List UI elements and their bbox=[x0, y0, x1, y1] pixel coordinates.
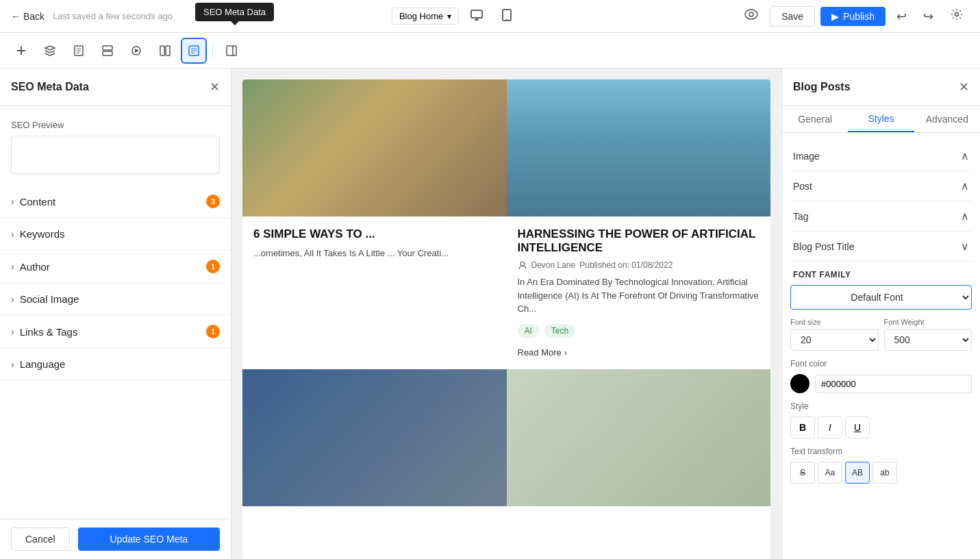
accordion-links-tags-badge: 1 bbox=[206, 325, 220, 338]
layout-tool[interactable] bbox=[152, 38, 178, 64]
page-selector[interactable]: Blog Home ▾ bbox=[392, 8, 459, 25]
topbar-left: ← Back Last saved a few seconds ago SEO … bbox=[11, 11, 173, 22]
accordion-links-tags-chevron: › bbox=[11, 326, 14, 337]
font-color-input[interactable] bbox=[815, 375, 972, 393]
svg-point-5 bbox=[955, 13, 958, 16]
accordion-author-label: Author bbox=[20, 261, 50, 273]
update-seo-button[interactable]: Update SEO Meta bbox=[78, 527, 220, 551]
color-swatch[interactable] bbox=[790, 374, 809, 393]
blog-content-2: HARNESSING THE POWER OF ARTIFICIAL INTEL… bbox=[507, 216, 771, 369]
accordion-language-toggle[interactable]: › Language bbox=[0, 349, 231, 380]
media-tool[interactable] bbox=[123, 38, 149, 64]
tab-styles[interactable]: Styles bbox=[848, 106, 914, 132]
italic-button[interactable]: I bbox=[818, 417, 842, 438]
accordion-links-tags: › Links & Tags 1 bbox=[0, 315, 231, 349]
font-color-label: Font color bbox=[790, 359, 972, 369]
saved-status: Last saved a few seconds ago bbox=[53, 11, 173, 21]
page-selector-chevron: ▾ bbox=[447, 12, 451, 21]
accordion-keywords-left: › Keywords bbox=[11, 228, 65, 240]
style-buttons: B I U bbox=[790, 417, 972, 438]
canvas-area[interactable]: 6 SIMPLE WAYS TO ... ...ometimes, All It… bbox=[231, 69, 781, 559]
svg-point-4 bbox=[749, 12, 753, 16]
settings-button[interactable] bbox=[944, 5, 969, 27]
seo-tooltip: SEO Meta Data bbox=[195, 3, 274, 21]
accordion-social-image-label: Social Image bbox=[20, 293, 79, 305]
settings-icon bbox=[950, 8, 964, 21]
font-family-select[interactable]: Default Font bbox=[790, 285, 972, 310]
seo-panel-close-button[interactable]: ✕ bbox=[210, 79, 220, 95]
section-image[interactable]: Image ∧ bbox=[790, 141, 972, 171]
preview-button[interactable] bbox=[738, 6, 764, 26]
blog-excerpt-2: In An Era Dominated By Technological Inn… bbox=[518, 275, 760, 316]
right-panel-title: Blog Posts bbox=[793, 81, 851, 93]
svg-point-2 bbox=[506, 18, 507, 20]
font-weight-select[interactable]: 500 bbox=[884, 329, 972, 351]
titlecase-button[interactable]: Aa bbox=[818, 462, 842, 484]
icon-toolbar bbox=[0, 33, 980, 69]
section-post[interactable]: Post ∧ bbox=[790, 171, 972, 201]
back-button[interactable]: ← Back bbox=[11, 11, 45, 22]
section-tag[interactable]: Tag ∧ bbox=[790, 201, 972, 232]
font-weight-group: Font Weight 500 bbox=[884, 318, 972, 351]
tablet-icon bbox=[500, 8, 514, 22]
desktop-view-button[interactable] bbox=[464, 5, 489, 27]
underline-button[interactable]: U bbox=[845, 417, 870, 438]
blog-card-3 bbox=[242, 369, 507, 506]
section-blog-post-title[interactable]: Blog Post Title ∨ bbox=[790, 232, 972, 262]
tablet-view-button[interactable] bbox=[494, 5, 519, 27]
tab-general[interactable]: General bbox=[782, 106, 848, 132]
blog-image-3 bbox=[242, 369, 507, 506]
undo-button[interactable]: ↩ bbox=[891, 6, 912, 27]
seo-tool[interactable] bbox=[181, 38, 207, 64]
toolbar-separator bbox=[212, 42, 213, 59]
section-icon bbox=[101, 45, 114, 57]
accordion-content-toggle[interactable]: › Content 3 bbox=[0, 185, 231, 218]
tag-tech[interactable]: Tech bbox=[544, 324, 575, 338]
blog-post-title-label: Blog Post Title bbox=[793, 241, 855, 252]
blog-tags-2: AI Tech bbox=[518, 324, 760, 338]
transform-buttons: S Aa AB ab bbox=[790, 462, 972, 484]
save-button[interactable]: Save bbox=[770, 6, 815, 27]
back-arrow-icon: ← bbox=[11, 11, 21, 22]
eye-icon bbox=[744, 9, 759, 20]
right-panel-close-button[interactable]: ✕ bbox=[959, 79, 969, 95]
seo-panel-title: SEO Meta Data bbox=[11, 81, 89, 93]
svg-rect-0 bbox=[471, 10, 482, 18]
cancel-button[interactable]: Cancel bbox=[11, 527, 70, 551]
bold-button[interactable]: B bbox=[790, 417, 815, 438]
accordion-social-image-toggle[interactable]: › Social Image bbox=[0, 284, 231, 314]
svg-rect-8 bbox=[103, 51, 112, 55]
font-size-select[interactable]: 20 bbox=[790, 329, 879, 351]
sidebar-toggle-tool[interactable] bbox=[218, 38, 244, 64]
uppercase-button[interactable]: AB bbox=[845, 462, 870, 484]
seo-preview-section: SEO Preview bbox=[0, 114, 231, 185]
back-label: Back bbox=[23, 11, 45, 22]
add-tool[interactable] bbox=[8, 38, 34, 64]
accordion-links-tags-toggle[interactable]: › Links & Tags 1 bbox=[0, 315, 231, 348]
section-tool[interactable] bbox=[95, 38, 121, 64]
tab-advanced[interactable]: Advanced bbox=[914, 106, 980, 132]
read-more-button-2[interactable]: Read More › bbox=[518, 347, 567, 358]
blog-date-2: Published on: 01/08/2022 bbox=[579, 260, 673, 270]
layers-tool[interactable] bbox=[37, 38, 63, 64]
svg-rect-12 bbox=[166, 46, 170, 55]
tag-ai[interactable]: AI bbox=[518, 324, 539, 338]
accordion-keywords-toggle[interactable]: › Keywords bbox=[0, 219, 231, 249]
style-label: Style bbox=[790, 401, 972, 411]
accordion-links-tags-label: Links & Tags bbox=[20, 326, 78, 338]
accordion-author: › Author 1 bbox=[0, 250, 231, 284]
accordion-content-label: Content bbox=[20, 196, 56, 208]
strikethrough-button[interactable]: S bbox=[790, 462, 815, 484]
lowercase-button[interactable]: ab bbox=[872, 462, 897, 484]
accordion-author-toggle[interactable]: › Author 1 bbox=[0, 250, 231, 283]
publish-button[interactable]: ▶ Publish bbox=[820, 7, 885, 26]
section-image-label: Image bbox=[793, 151, 820, 162]
blog-card-2: HARNESSING THE POWER OF ARTIFICIAL INTEL… bbox=[507, 79, 771, 369]
blog-title-2: HARNESSING THE POWER OF ARTIFICIAL INTEL… bbox=[518, 227, 760, 255]
accordion-language-left: › Language bbox=[11, 358, 65, 370]
page-tool[interactable] bbox=[66, 38, 92, 64]
redo-button[interactable]: ↪ bbox=[918, 6, 939, 27]
publish-play-icon: ▶ bbox=[831, 11, 839, 22]
transform-label: Text transform bbox=[790, 447, 972, 456]
section-tag-label: Tag bbox=[793, 211, 809, 222]
